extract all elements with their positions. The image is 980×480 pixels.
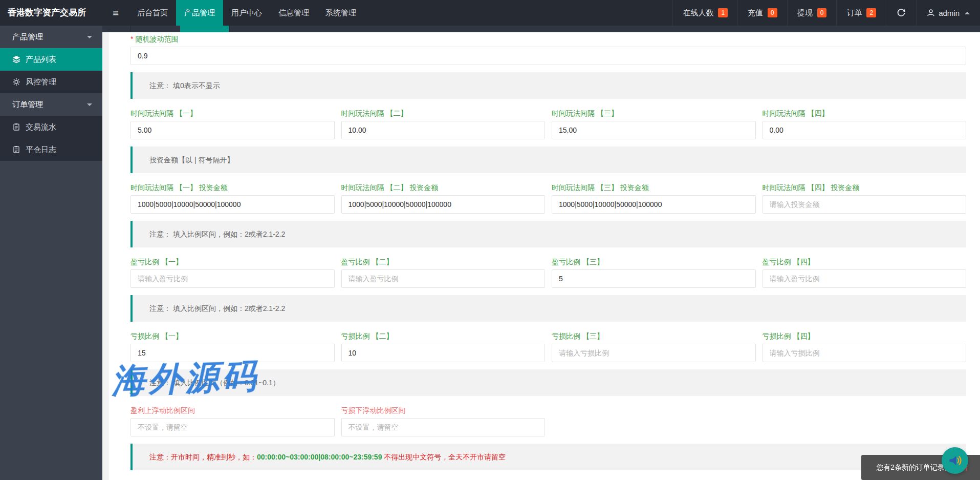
row-float-ranges: 盈利上浮动比例区间 亏损下浮动比例区间 xyxy=(130,406,966,436)
open-time-note-bar: 注意：开市时间，精准到秒，如：00:00:00~03:00:00|08:00:0… xyxy=(130,444,966,470)
nav-item-home[interactable]: 后台首页 xyxy=(129,0,176,26)
field-interval-4: 时间玩法间隔 【四】 xyxy=(763,109,967,139)
field-label: 时间玩法间隔 【三】 xyxy=(552,109,756,117)
interval-3-input[interactable] xyxy=(552,121,756,139)
field-profit-1: 盈亏比例 【一】 xyxy=(130,258,335,288)
loss-1-input[interactable] xyxy=(130,344,335,362)
sidebar-item-product-list[interactable]: 产品列表 xyxy=(0,48,102,71)
field-label: 时间玩法间隔 【二】 xyxy=(341,109,546,117)
random-range-input[interactable] xyxy=(130,47,966,65)
tab-separator xyxy=(130,26,131,32)
loss-2-input[interactable] xyxy=(341,344,546,362)
sidebar-item-risk-control[interactable]: 风控管理 xyxy=(0,71,102,93)
profit-3-input[interactable] xyxy=(552,269,756,288)
toast-message: 您有2条新的订单记录, xyxy=(876,463,947,472)
tab-bar xyxy=(102,26,980,32)
user-menu[interactable]: admin xyxy=(916,0,980,26)
stat-orders[interactable]: 订单 2 xyxy=(836,0,886,26)
clipboard-icon xyxy=(12,123,20,131)
sidebar-item-label: 产品列表 xyxy=(26,55,56,65)
profit-float-input[interactable] xyxy=(130,418,335,436)
sidebar-section-products[interactable]: 产品管理 xyxy=(0,26,102,48)
field-label: 亏损比例 【一】 xyxy=(130,332,335,340)
stat-label: 订单 xyxy=(846,8,862,18)
stat-withdraw[interactable]: 提现 0 xyxy=(787,0,837,26)
online-count-badge: 1 xyxy=(718,8,728,17)
field-profit-3: 盈亏比例 【三】 xyxy=(552,258,756,288)
note-bar: 注意： 填入比例区间，例如：2或者2.1-2.2 xyxy=(130,221,966,247)
field-label: 盈亏比例 【三】 xyxy=(552,258,756,266)
field-loss-4: 亏损比例 【四】 xyxy=(763,332,967,362)
field-interval-2: 时间玩法间隔 【二】 xyxy=(341,109,546,139)
chevron-down-icon xyxy=(87,36,92,38)
field-label: 亏损比例 【三】 xyxy=(552,332,756,340)
chevron-up-icon xyxy=(965,12,970,14)
stat-label: 在线人数 xyxy=(683,8,713,18)
sidebar-submenu-products: 产品列表 风控管理 xyxy=(0,48,102,93)
chevron-down-icon xyxy=(87,103,92,106)
loss-3-input[interactable] xyxy=(552,344,756,362)
note-bar: 注意： 填0表示不显示 xyxy=(130,72,966,99)
invest-2-input[interactable] xyxy=(341,195,546,214)
field-loss-float: 亏损下浮动比例区间 xyxy=(341,406,546,436)
field-interval-3: 时间玩法间隔 【三】 xyxy=(552,109,756,139)
refresh-button[interactable] xyxy=(886,0,916,26)
row-time-intervals: 时间玩法间隔 【一】 时间玩法间隔 【二】 时间玩法间隔 【三】 时间玩法间隔 … xyxy=(130,109,966,139)
invest-1-input[interactable] xyxy=(130,195,335,214)
hamburger-menu-icon[interactable]: ≡ xyxy=(102,0,129,26)
sidebar-section-orders[interactable]: 订单管理 xyxy=(0,93,102,116)
open-time-note-prefix: 注意：开市时间，精准到秒，如： xyxy=(149,453,257,461)
profit-4-input[interactable] xyxy=(763,269,967,288)
gear-icon xyxy=(12,78,20,86)
row-invest-amounts: 时间玩法间隔 【一】 投资金额 时间玩法间隔 【二】 投资金额 时间玩法间隔 【… xyxy=(130,183,966,214)
field-label: 盈利上浮动比例区间 xyxy=(130,406,335,414)
loss-float-input[interactable] xyxy=(341,418,546,436)
note-bar: 注意： 填入比例区间，例如：2或者2.1-2.2 xyxy=(130,295,966,322)
nav-item-system[interactable]: 系统管理 xyxy=(317,0,364,26)
stat-label: 提现 xyxy=(797,8,813,18)
recharge-count-badge: 0 xyxy=(768,8,777,17)
sidebar-item-trade-flow[interactable]: 交易流水 xyxy=(0,116,102,138)
announcement-float-button[interactable] xyxy=(942,447,968,474)
sidebar-section-label: 订单管理 xyxy=(12,100,43,110)
sidebar-item-label: 平仓日志 xyxy=(26,145,56,155)
clipboard-icon xyxy=(12,145,20,154)
invest-4-input[interactable] xyxy=(763,195,967,214)
interval-2-input[interactable] xyxy=(341,121,546,139)
active-tab-indicator[interactable] xyxy=(180,26,229,32)
field-invest-1: 时间玩法间隔 【一】 投资金额 xyxy=(130,183,335,214)
interval-1-input[interactable] xyxy=(130,121,335,139)
profit-1-input[interactable] xyxy=(130,269,335,288)
field-label: 盈亏比例 【四】 xyxy=(763,258,967,266)
field-loss-2: 亏损比例 【二】 xyxy=(341,332,546,362)
stat-recharge[interactable]: 充值 0 xyxy=(737,0,787,26)
sidebar-item-label: 风控管理 xyxy=(26,77,56,87)
field-profit-4: 盈亏比例 【四】 xyxy=(763,258,967,288)
stat-online-users[interactable]: 在线人数 1 xyxy=(672,0,737,26)
nav-item-products[interactable]: 产品管理 xyxy=(176,0,223,26)
field-label: 时间玩法间隔 【三】 投资金额 xyxy=(552,183,756,192)
field-label: *随机波动范围 xyxy=(130,35,966,43)
tab-separator xyxy=(229,26,230,32)
sidebar: 产品管理 产品列表 风控管理 订单管理 xyxy=(0,26,102,480)
nav-item-users[interactable]: 用户中心 xyxy=(223,0,270,26)
note-bar: 投资金额【以 | 符号隔开】 xyxy=(130,147,966,173)
person-icon xyxy=(927,9,935,17)
field-label: 时间玩法间隔 【一】 xyxy=(130,109,335,117)
product-edit-form: *随机波动范围 注意： 填0表示不显示 时间玩法间隔 【一】 时间玩法间隔 【二… xyxy=(109,32,980,480)
interval-4-input[interactable] xyxy=(763,121,967,139)
open-time-example: 00:00:00~03:00:00|08:00:00~23:59:59 xyxy=(257,453,382,461)
stat-label: 充值 xyxy=(748,8,763,18)
field-interval-1: 时间玩法间隔 【一】 xyxy=(130,109,335,139)
invest-3-input[interactable] xyxy=(552,195,756,214)
sidebar-item-label: 交易流水 xyxy=(26,122,56,132)
sidebar-submenu-orders: 交易流水 平仓日志 xyxy=(0,116,102,161)
field-label: 时间玩法间隔 【四】 xyxy=(763,109,967,117)
nav-item-info[interactable]: 信息管理 xyxy=(270,0,317,26)
row-profit-ratio: 盈亏比例 【一】 盈亏比例 【二】 盈亏比例 【三】 盈亏比例 【四】 xyxy=(130,258,966,288)
loss-4-input[interactable] xyxy=(763,344,967,362)
profit-2-input[interactable] xyxy=(341,269,546,288)
field-invest-2: 时间玩法间隔 【二】 投资金额 xyxy=(341,183,546,214)
navbar-right: 在线人数 1 充值 0 提现 0 订单 2 admin xyxy=(672,0,980,26)
sidebar-item-close-log[interactable]: 平仓日志 xyxy=(0,138,102,161)
